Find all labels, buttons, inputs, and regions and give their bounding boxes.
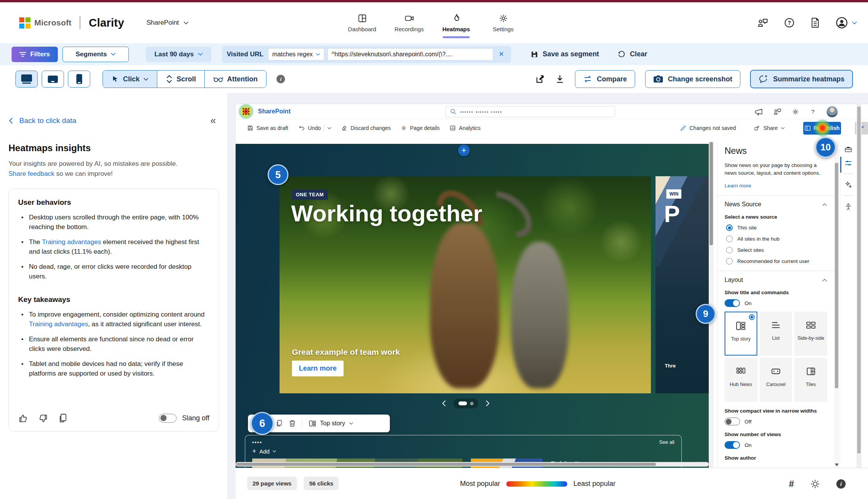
horizontal-scrollbar[interactable] [236,462,709,467]
carousel-next-icon[interactable] [485,400,490,407]
segments-dropdown[interactable]: Segments [62,47,129,62]
undo-button[interactable]: Undo [298,124,331,132]
layout-option-hub-news[interactable]: Hub News [725,358,757,402]
device-mobile-button[interactable] [68,71,90,88]
info-icon[interactable]: i [836,479,846,489]
chevron-down-icon [198,52,203,56]
carousel-dot-active[interactable] [458,401,467,405]
feedback-icon[interactable] [757,18,769,28]
brightness-icon[interactable] [810,479,820,489]
project-selector[interactable]: SharePoint [147,19,189,27]
source-option-recommended[interactable]: Recommended for current user [725,258,827,265]
heatmap-type-click[interactable]: Click [103,71,157,88]
release-notes-icon[interactable] [810,17,820,28]
page-details-button[interactable]: Page details [401,125,440,131]
layout-option-tiles[interactable]: Tiles [794,358,827,402]
clear-url-filter-icon[interactable]: ✕ [496,50,506,58]
slang-toggle[interactable] [159,414,177,423]
disclaimer-suffix: so we can improve! [54,170,113,177]
feedback-icon[interactable] [773,108,782,115]
duplicate-webpart-icon[interactable] [276,420,283,427]
source-option-select-sites[interactable]: Select sites [725,247,827,253]
webpart-properties-icon[interactable] [844,160,852,167]
divider [324,124,324,132]
source-option-all-sites[interactable]: All sites in the hub [725,236,827,242]
share-dropdown[interactable]: Share [754,125,785,131]
click-marker-5[interactable]: 5 [268,164,288,185]
design-ideas-icon[interactable] [844,181,852,189]
source-option-this-site[interactable]: This site [725,224,827,231]
back-to-click-data-link[interactable]: Back to click data [8,116,76,125]
download-icon[interactable] [555,74,565,84]
tab-settings[interactable]: Settings [480,2,527,43]
click-marker-10[interactable]: 10 [815,137,836,158]
add-section-button[interactable]: + [458,145,470,156]
device-desktop-button[interactable] [15,71,38,88]
thumbs-down-icon[interactable] [38,413,48,423]
republish-button[interactable]: Republish [803,122,841,135]
sp-page-scrollbar[interactable] [856,104,861,468]
app-launcher-button[interactable] [239,105,253,118]
account-avatar-icon[interactable] [836,17,848,29]
carousel-prev-icon[interactable] [442,400,446,407]
panel-scrollbar[interactable] [834,141,839,468]
heatmap-type-attention[interactable]: Attention [205,71,266,88]
filters-button[interactable]: Filters [12,47,58,62]
share-feedback-link[interactable]: Share feedback [8,170,54,177]
chevron-down-icon[interactable] [327,127,331,130]
training-advantages-link[interactable]: Training advantages [29,320,88,328]
url-pattern-input[interactable]: ^https://steveknutson\.sharepoint\.com/(… [327,48,493,61]
learn-more-link[interactable]: Learn more [725,183,751,189]
info-icon[interactable]: i [276,75,285,83]
analytics-button[interactable]: Analytics [450,125,480,131]
learn-more-button[interactable]: Learn more [292,361,344,376]
tab-dashboard[interactable]: Dashboard [339,2,386,43]
compact-view-toggle[interactable] [725,418,740,425]
click-marker-6[interactable]: 6 [251,412,274,435]
news-source-section-header[interactable]: News Source [725,201,827,208]
layout-option-side-by-side[interactable]: Side-by-side [794,312,827,356]
layout-section-header[interactable]: Layout [725,276,827,283]
share-heatmap-icon[interactable] [535,74,545,84]
compare-button[interactable]: Compare [575,70,635,88]
carousel-dot[interactable] [470,402,474,405]
accessibility-icon[interactable] [844,203,852,211]
toolbox-icon[interactable] [844,146,852,153]
copy-icon[interactable] [58,413,67,423]
layout-option-list[interactable]: List [760,312,792,356]
sp-user-avatar[interactable] [826,106,838,118]
delete-webpart-icon[interactable] [289,420,296,427]
add-news-button[interactable]: + Add [252,447,287,455]
layout-option-top-story[interactable]: Top story [725,312,757,356]
click-marker-9[interactable]: 9 [696,304,716,324]
layout-option-carousel[interactable]: Carousel [760,358,792,402]
filters-label: Filters [30,51,50,58]
thumbs-up-icon[interactable] [18,413,28,423]
discard-changes-button[interactable]: Discard changes [341,125,391,131]
heatmap-type-scroll[interactable]: Scroll [157,71,205,88]
number-of-views-toggle[interactable] [725,441,740,449]
training-advantages-link[interactable]: Training advantages [42,238,101,246]
webpart-layout-dropdown[interactable]: Top story [308,420,353,427]
tab-recordings[interactable]: Recordings [386,2,433,43]
change-screenshot-button[interactable]: Change screenshot [645,70,740,88]
clear-filters-button[interactable]: Clear [617,50,647,59]
show-numbers-icon[interactable]: # [789,479,794,489]
device-tablet-button[interactable] [42,71,64,88]
save-as-draft-button[interactable]: Save as draft [247,125,288,131]
sharepoint-logo-text[interactable]: SharePoint [258,108,290,115]
date-range-dropdown[interactable]: Last 90 days [146,47,211,62]
help-icon[interactable]: ? [784,17,795,28]
show-title-toggle[interactable] [725,299,740,307]
save-as-segment-button[interactable]: Save as segment [530,50,599,59]
match-operator-dropdown[interactable]: matches regex [268,48,324,61]
sp-search-box[interactable]: •••••• •••••• ••••• [445,106,615,117]
sp-settings-gear-icon[interactable] [792,108,799,116]
sp-help-icon[interactable]: ? [809,108,816,115]
see-all-link[interactable]: See all [659,439,674,445]
collapse-panel-icon[interactable]: « [211,115,216,126]
account-chevron-icon[interactable] [852,21,857,25]
summarize-heatmaps-button[interactable]: Summarize heatmaps [750,70,853,88]
tab-heatmaps[interactable]: Heatmaps [433,2,480,43]
megaphone-icon[interactable] [755,108,763,116]
